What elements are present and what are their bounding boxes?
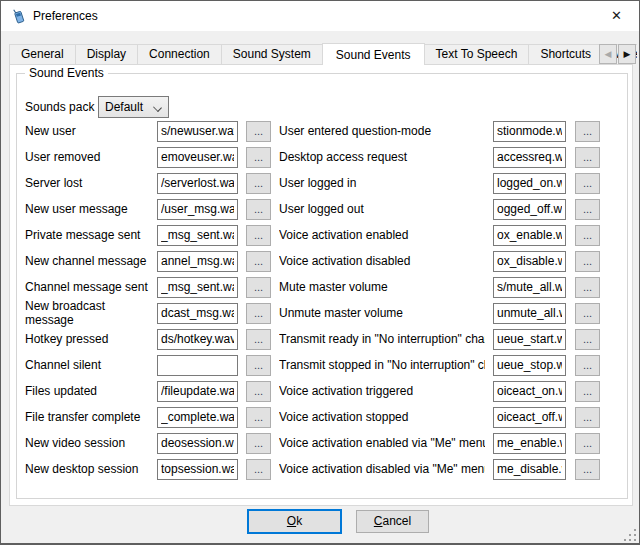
browse-button[interactable]: ... [246, 147, 271, 168]
sound-file-input-r[interactable] [493, 459, 566, 480]
sound-file-input-l[interactable] [157, 121, 238, 142]
browse-button[interactable]: ... [246, 199, 271, 220]
browse-button[interactable]: ... [246, 329, 271, 350]
sound-event-label: Channel message sent [25, 280, 157, 294]
sound-file-input-r[interactable] [493, 173, 566, 194]
sound-file-input-l[interactable] [157, 329, 238, 350]
sound-event-label: Voice activation stopped [279, 410, 485, 424]
sound-file-input-r[interactable] [493, 147, 566, 168]
sound-event-label: Private message sent [25, 228, 157, 242]
browse-button[interactable]: ... [246, 407, 271, 428]
sound-file-input-r[interactable] [493, 303, 566, 324]
cancel-label-rest: ancel [382, 514, 411, 528]
sound-file-input-l[interactable] [157, 381, 238, 402]
tab-scroll-left-button[interactable]: ◀ [599, 44, 617, 64]
cancel-button[interactable]: Cancel [356, 510, 429, 533]
sound-file-input-l[interactable] [157, 199, 238, 220]
tab-shortcuts[interactable]: Shortcuts [528, 44, 603, 64]
browse-button[interactable]: ... [246, 433, 271, 454]
sound-file-input-l[interactable] [157, 407, 238, 428]
ok-label-rest: k [296, 514, 302, 528]
sound-file-input-l[interactable] [157, 251, 238, 272]
app-icon [11, 8, 27, 24]
browse-button[interactable]: ... [575, 407, 600, 428]
sound-file-input-r[interactable] [493, 407, 566, 428]
browse-button[interactable]: ... [575, 277, 600, 298]
sound-event-label: Transmit ready in "No interruption" chan… [279, 332, 485, 346]
sound-file-input-r[interactable] [493, 433, 566, 454]
sound-event-row: Channel message sent...Mute master volum… [17, 274, 629, 300]
sound-file-input-l[interactable] [157, 277, 238, 298]
sound-file-input-r[interactable] [493, 277, 566, 298]
browse-button[interactable]: ... [246, 381, 271, 402]
sound-file-input-l[interactable] [157, 433, 238, 454]
sound-file-input-r[interactable] [493, 199, 566, 220]
browse-button[interactable]: ... [246, 459, 271, 480]
browse-button[interactable]: ... [575, 303, 600, 324]
browse-button[interactable]: ... [246, 225, 271, 246]
sound-file-input-l[interactable] [157, 147, 238, 168]
sound-events-tab-page: Sound Events Sounds pack Default New use… [9, 64, 633, 506]
arrow-left-icon: ◀ [605, 49, 612, 59]
tab-display[interactable]: Display [75, 44, 138, 64]
sound-file-input-r[interactable] [493, 381, 566, 402]
sound-event-label: User logged in [279, 176, 485, 190]
tab-text-to-speech[interactable]: Text To Speech [424, 44, 530, 64]
sound-events-group: Sound Events Sounds pack Default New use… [16, 73, 628, 499]
browse-button[interactable]: ... [575, 355, 600, 376]
tab-sound-events[interactable]: Sound Events [322, 43, 425, 65]
sounds-pack-select[interactable]: Default [98, 96, 169, 118]
tab-general[interactable]: General [9, 44, 76, 64]
browse-button[interactable]: ... [246, 303, 271, 324]
browse-button[interactable]: ... [575, 329, 600, 350]
sounds-pack-value: Default [105, 100, 143, 114]
browse-button[interactable]: ... [575, 433, 600, 454]
tab-scroll-right-button[interactable]: ▶ [618, 44, 636, 64]
browse-button[interactable]: ... [246, 355, 271, 376]
sound-file-input-r[interactable] [493, 329, 566, 350]
sound-event-row: New video session...Voice activation ena… [17, 430, 629, 456]
sound-file-input-l[interactable] [157, 303, 238, 324]
browse-button[interactable]: ... [575, 459, 600, 480]
browse-button[interactable]: ... [575, 147, 600, 168]
sound-event-label: User entered question-mode [279, 124, 485, 138]
browse-button[interactable]: ... [575, 199, 600, 220]
sound-file-input-r[interactable] [493, 225, 566, 246]
browse-button[interactable]: ... [575, 251, 600, 272]
tab-connection[interactable]: Connection [137, 44, 222, 64]
sound-file-input-l[interactable] [157, 173, 238, 194]
sound-file-input-r[interactable] [493, 251, 566, 272]
sound-event-row: Files updated...Voice activation trigger… [17, 378, 629, 404]
sound-event-label: Voice activation triggered [279, 384, 485, 398]
sound-event-label: File transfer complete [25, 410, 157, 424]
sound-event-row: File transfer complete...Voice activatio… [17, 404, 629, 430]
resize-grip[interactable] [623, 528, 636, 541]
sound-file-input-r[interactable] [493, 355, 566, 376]
sound-file-input-l[interactable] [157, 355, 238, 376]
sound-event-label: New channel message [25, 254, 157, 268]
sound-file-input-r[interactable] [493, 121, 566, 142]
browse-button[interactable]: ... [246, 277, 271, 298]
close-button[interactable]: ✕ [594, 1, 639, 30]
sound-event-label: Server lost [25, 176, 157, 190]
browse-button[interactable]: ... [246, 173, 271, 194]
browse-button[interactable]: ... [575, 121, 600, 142]
chevron-down-icon [153, 103, 162, 112]
tab-sound-system[interactable]: Sound System [221, 44, 323, 64]
sound-event-row: Private message sent...Voice activation … [17, 222, 629, 248]
sound-event-label: User removed [25, 150, 157, 164]
sound-event-label: Voice activation enabled [279, 228, 485, 242]
sound-file-input-l[interactable] [157, 225, 238, 246]
sound-event-label: Voice activation enabled via "Me" menu [279, 436, 485, 450]
sound-event-label: New video session [25, 436, 157, 450]
browse-button[interactable]: ... [246, 121, 271, 142]
browse-button[interactable]: ... [575, 225, 600, 246]
sound-file-input-l[interactable] [157, 459, 238, 480]
browse-button[interactable]: ... [575, 173, 600, 194]
sound-event-row: Hotkey pressed...Transmit ready in "No i… [17, 326, 629, 352]
preferences-dialog: Preferences ✕ GeneralDisplayConnectionSo… [0, 0, 640, 545]
ok-button[interactable]: Ok [247, 509, 342, 534]
browse-button[interactable]: ... [575, 381, 600, 402]
close-icon: ✕ [611, 8, 622, 23]
browse-button[interactable]: ... [246, 251, 271, 272]
